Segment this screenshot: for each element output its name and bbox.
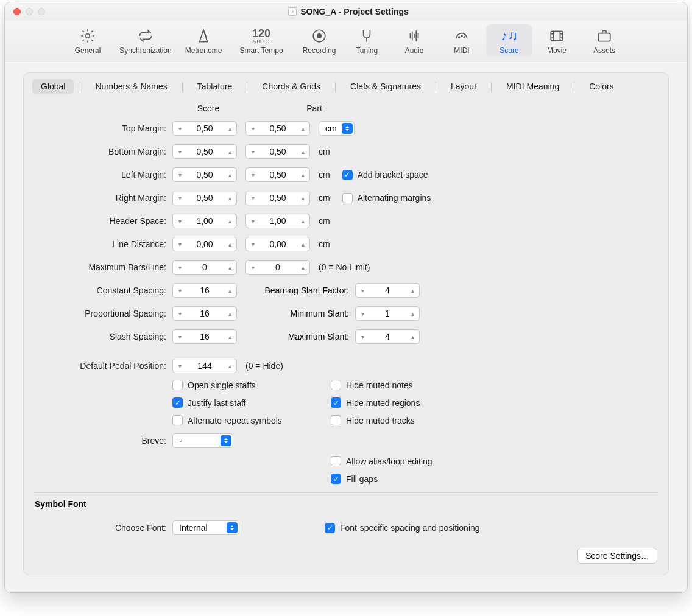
tab-score[interactable]: ♪♫ Score (486, 24, 532, 56)
right-margin-part-stepper[interactable]: ▾0,50▴ (245, 191, 310, 205)
subtab-global[interactable]: Global (32, 79, 74, 94)
svg-point-0 (86, 34, 90, 38)
font-specific-checkbox[interactable]: ✓Font-specific spacing and positioning (325, 523, 480, 533)
select-arrows-icon (342, 123, 353, 134)
tab-assets[interactable]: Assets (581, 24, 627, 56)
justify-last-staff-checkbox[interactable]: ✓Justify last staff (172, 397, 331, 408)
checkbox-icon: ✓ (342, 170, 353, 180)
subtab-clefs-signatures[interactable]: Clefs & Signatures (342, 79, 429, 94)
tab-audio[interactable]: Audio (391, 24, 437, 56)
label-right-margin: Right Margin: (24, 193, 172, 203)
content-area: Global Numbers & Names Tablature Chords … (5, 60, 687, 592)
svg-rect-7 (598, 33, 610, 41)
metronome-icon (182, 27, 225, 45)
briefcase-icon (582, 27, 626, 45)
toolbar: General Synchronization Metronome 120 AU… (5, 21, 687, 60)
add-bracket-checkbox[interactable]: ✓Add bracket space (342, 170, 428, 180)
window-title-text: SONG_A - Project Settings (300, 7, 409, 16)
svg-point-5 (464, 37, 465, 38)
bottom-margin-part-stepper[interactable]: ▾0,50▴ (245, 144, 310, 159)
beaming-stepper[interactable]: ▾4▴ (355, 283, 420, 298)
label-constant-spacing: Constant Spacing: (24, 285, 172, 295)
tab-general[interactable]: General (65, 24, 111, 56)
column-headers: Score Part (24, 103, 668, 113)
movie-icon (535, 27, 579, 45)
label-line-distance: Line Distance: (24, 239, 172, 249)
divider (35, 492, 657, 493)
header-space-score-stepper[interactable]: ▾1,00▴ (172, 214, 237, 228)
subtab-tablature[interactable]: Tablature (189, 79, 241, 94)
subtab-colors[interactable]: Colors (581, 79, 622, 94)
header-space-part-stepper[interactable]: ▾1,00▴ (245, 214, 310, 228)
default-pedal-stepper[interactable]: ▾144▴ (172, 359, 237, 373)
global-form: Score Part Top Margin: ▾0,50▴ ▾0,50▴ cm … (24, 97, 668, 564)
tab-synchronization[interactable]: Synchronization (112, 24, 179, 56)
allow-alias-checkbox[interactable]: Allow alias/loop editing (331, 456, 432, 466)
titlebar: ♪ SONG_A - Project Settings (5, 2, 687, 21)
unit-select[interactable]: cm (319, 121, 355, 136)
subtab-chords-grids[interactable]: Chords & Grids (253, 79, 329, 94)
max-slant-stepper[interactable]: ▾4▴ (355, 329, 420, 344)
tab-recording[interactable]: Recording (296, 24, 342, 56)
minimize-button[interactable] (26, 8, 33, 15)
line-distance-part-stepper[interactable]: ▾0,00▴ (245, 237, 310, 251)
alternating-margins-checkbox[interactable]: Alternating margins (342, 193, 431, 203)
subtab-layout[interactable]: Layout (442, 79, 485, 94)
subtab-numbers-names[interactable]: Numbers & Names (86, 79, 175, 94)
left-margin-part-stepper[interactable]: ▾0,50▴ (245, 167, 310, 182)
constant-spacing-stepper[interactable]: ▾16▴ (172, 283, 237, 298)
label-left-margin: Left Margin: (24, 170, 172, 180)
svg-point-2 (317, 34, 322, 38)
project-settings-window: ♪ SONG_A - Project Settings General Sync… (4, 2, 688, 593)
tab-metronome[interactable]: Metronome (180, 24, 227, 56)
label-beaming: Beaming Slant Factor: (245, 285, 355, 295)
slash-spacing-stepper[interactable]: ▾16▴ (172, 329, 237, 344)
waveform-icon (392, 27, 436, 45)
hint-no-limit: (0 = No Limit) (319, 262, 370, 272)
tab-smart-tempo[interactable]: 120 AUTO Smart Tempo (228, 24, 295, 56)
tuning-fork-icon (345, 27, 389, 45)
hide-muted-notes-checkbox[interactable]: Hide muted notes (331, 380, 420, 390)
max-bars-score-stepper[interactable]: ▾0▴ (172, 260, 237, 275)
gear-icon (66, 27, 110, 45)
top-margin-part-stepper[interactable]: ▾0,50▴ (245, 121, 310, 136)
right-margin-score-stepper[interactable]: ▾0,50▴ (172, 191, 237, 205)
sync-icon (113, 27, 178, 45)
max-bars-part-stepper[interactable]: ▾0▴ (245, 260, 310, 275)
score-icon: ♪♫ (487, 27, 531, 45)
symbol-font-heading: Symbol Font (24, 499, 668, 509)
close-button[interactable] (13, 8, 21, 15)
chevron-up-icon[interactable]: ▴ (223, 125, 236, 132)
subtab-midi-meaning[interactable]: MIDI Meaning (498, 79, 568, 94)
choose-font-select[interactable]: Internal (172, 520, 239, 535)
tab-midi[interactable]: MIDI (439, 24, 485, 56)
score-settings-button[interactable]: Score Settings… (577, 548, 657, 564)
midi-icon (440, 27, 484, 45)
svg-point-3 (459, 37, 460, 38)
proportional-spacing-stepper[interactable]: ▾16▴ (172, 306, 237, 321)
breve-select[interactable]: - (172, 433, 233, 448)
select-arrows-icon (227, 522, 238, 533)
chevron-down-icon[interactable]: ▾ (173, 125, 186, 132)
left-margin-score-stepper[interactable]: ▾0,50▴ (172, 167, 237, 182)
label-proportional-spacing: Proportional Spacing: (24, 309, 172, 318)
min-slant-stepper[interactable]: ▾1▴ (355, 306, 420, 321)
hide-muted-tracks-checkbox[interactable]: Hide muted tracks (331, 415, 420, 425)
open-single-staffs-checkbox[interactable]: Open single staffs (172, 380, 331, 390)
hide-muted-regions-checkbox[interactable]: ✓Hide muted regions (331, 397, 420, 408)
record-icon (297, 27, 341, 45)
tab-tuning[interactable]: Tuning (344, 24, 390, 56)
top-margin-score-stepper[interactable]: ▾0,50▴ (172, 121, 237, 136)
traffic-lights (13, 8, 45, 15)
svg-rect-6 (551, 31, 563, 40)
unit-cm: cm (319, 147, 330, 156)
alternate-repeat-checkbox[interactable]: Alternate repeat symbols (172, 415, 331, 425)
label-choose-font: Choose Font: (24, 523, 172, 533)
line-distance-score-stepper[interactable]: ▾0,00▴ (172, 237, 237, 251)
header-score: Score (176, 103, 241, 113)
zoom-button[interactable] (38, 8, 45, 15)
bottom-margin-score-stepper[interactable]: ▾0,50▴ (172, 144, 237, 159)
svg-point-4 (461, 35, 462, 37)
fill-gaps-checkbox[interactable]: ✓Fill gaps (331, 474, 432, 484)
tab-movie[interactable]: Movie (534, 24, 580, 56)
